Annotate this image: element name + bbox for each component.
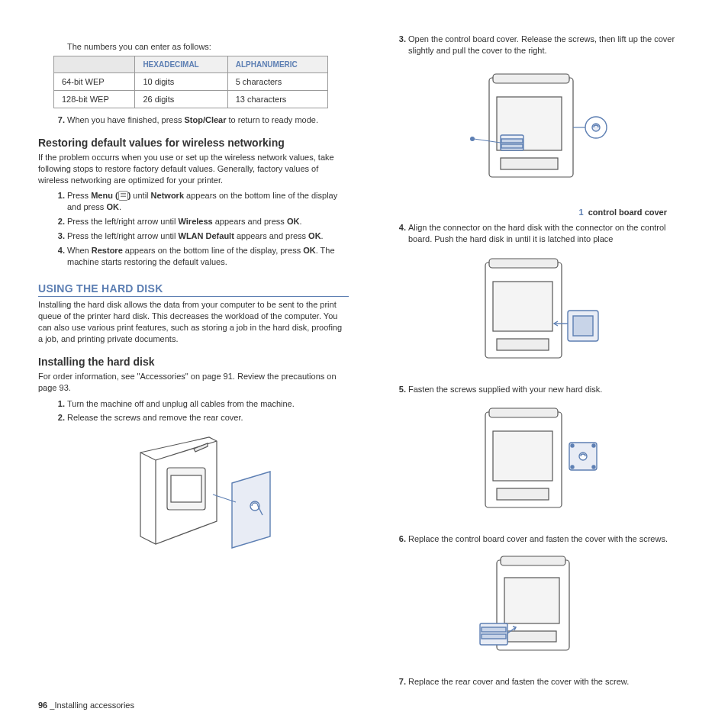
list-item: Release the screws and remove the rear c… (67, 412, 349, 424)
svg-rect-10 (501, 139, 523, 143)
th-blank (54, 56, 135, 73)
wep-intro: The numbers you can enter as follows: (67, 42, 349, 51)
svg-rect-27 (497, 488, 549, 500)
svg-rect-39 (482, 627, 506, 632)
restore-heading: Restoring default values for wireless ne… (38, 137, 349, 149)
list-item: Press the left/right arrow until Wireles… (67, 216, 349, 227)
list-item: When you have finished, press Stop/Clear… (67, 114, 349, 126)
svg-rect-25 (489, 408, 558, 417)
list-item: Align the connector on the hard disk wit… (408, 222, 690, 245)
svg-rect-35 (501, 556, 565, 565)
list-item: Turn the machine off and unplug all cabl… (67, 398, 349, 410)
left-column: The numbers you can enter as follows: He… (38, 31, 349, 691)
table-row: 64-bit WEP 10 digits 5 characters (54, 73, 328, 91)
restore-body: If the problem occurrs when you use or s… (38, 152, 349, 186)
page-footer: 96 _Installing accessories (38, 701, 134, 710)
svg-rect-36 (504, 578, 559, 623)
list-item: Open the control board cover. Release th… (408, 34, 690, 56)
svg-rect-37 (507, 631, 556, 642)
hard-disk-body: Installing the hard disk allows the data… (38, 299, 349, 344)
list-item: Replace the rear cover and fasten the co… (408, 676, 690, 688)
restore-steps: Press Menu () until Network appears on t… (38, 190, 349, 267)
page-number: 96 (38, 701, 47, 710)
step3-list: Open the control board cover. Release th… (379, 34, 690, 56)
svg-rect-18 (489, 259, 558, 268)
svg-point-30 (571, 444, 574, 447)
svg-rect-8 (501, 158, 558, 169)
printer-diagram-icon (459, 551, 611, 665)
printer-diagram-icon (455, 251, 615, 373)
install-heading: Installing the hard disk (38, 356, 349, 368)
callout-number: 1 (579, 208, 584, 217)
printer-diagram-icon (436, 63, 634, 200)
manual-page: The numbers you can enter as follows: He… (0, 0, 728, 728)
table-header-row: Hexadecimal Alphanumeric (54, 56, 328, 73)
svg-rect-6 (493, 74, 569, 83)
svg-point-32 (571, 465, 574, 469)
svg-rect-19 (493, 282, 552, 331)
table-row: 128-bit WEP 26 digits 13 characters (54, 91, 328, 108)
list-item: Press Menu () until Network appears on t… (67, 190, 349, 213)
menu-icon (118, 191, 128, 201)
figure-fasten-screws (379, 401, 690, 524)
step5-list: Fasten the screws supplied with your new… (379, 384, 690, 395)
step6-list: Replace the control board cover and fast… (379, 533, 690, 545)
list-item: When Restore appears on the bottom line … (67, 245, 349, 268)
svg-point-33 (592, 465, 595, 469)
step7-list-right: Replace the rear cover and fasten the co… (379, 676, 690, 688)
printer-diagram-icon (455, 401, 615, 523)
svg-rect-26 (493, 431, 552, 481)
svg-rect-1 (171, 475, 201, 502)
svg-rect-20 (497, 339, 549, 350)
hard-disk-heading: Using the hard disk (38, 282, 349, 297)
figure-control-board (379, 63, 690, 201)
wep-table: Hexadecimal Alphanumeric 64-bit WEP 10 d… (53, 56, 328, 108)
callout-text: control board cover (588, 208, 667, 217)
svg-rect-22 (573, 316, 593, 336)
footer-title: Installing accessories (54, 701, 134, 710)
figure-replace-cover (379, 551, 690, 667)
svg-point-31 (592, 444, 595, 447)
install-steps: Turn the machine off and unplug all cabl… (38, 398, 349, 424)
figure-align-connector (379, 251, 690, 375)
figure-rear-cover (38, 430, 349, 576)
list-item: Fasten the screws supplied with your new… (408, 384, 690, 395)
th-hex: Hexadecimal (135, 56, 227, 73)
th-alpha: Alphanumeric (227, 56, 327, 73)
right-column: Open the control board cover. Release th… (379, 31, 690, 691)
install-body: For order information, see "Accessories"… (38, 371, 349, 394)
step7-list: When you have finished, press Stop/Clear… (38, 114, 349, 126)
list-item: Replace the control board cover and fast… (408, 533, 690, 545)
list-item: Press the left/right arrow until WLAN De… (67, 230, 349, 242)
svg-point-15 (470, 137, 475, 141)
svg-rect-40 (482, 634, 506, 639)
svg-rect-11 (501, 144, 523, 148)
callout: 1 control board cover (379, 208, 690, 217)
printer-diagram-icon (95, 430, 293, 575)
step4-list: Align the connector on the hard disk wit… (379, 222, 690, 245)
